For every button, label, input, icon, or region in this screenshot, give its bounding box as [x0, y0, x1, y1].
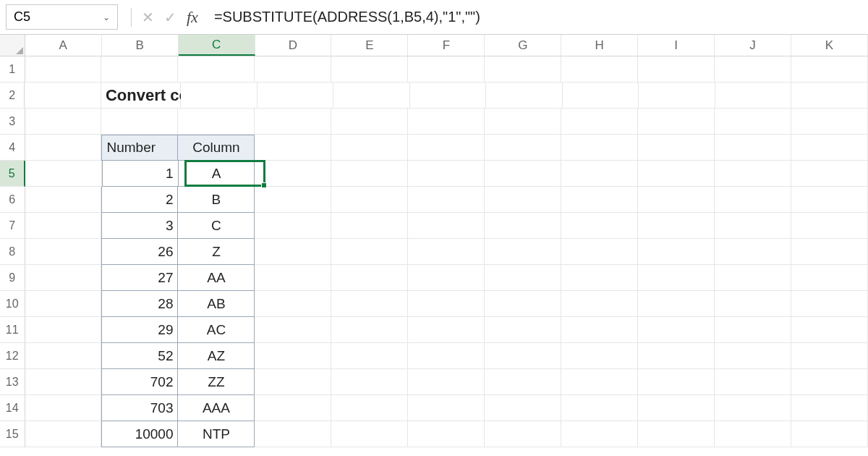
cell-A13[interactable]: [25, 369, 102, 395]
cell-D8[interactable]: [255, 239, 331, 265]
cell-H6[interactable]: [561, 187, 638, 213]
cell-A5[interactable]: [25, 161, 102, 187]
cell-H8[interactable]: [561, 239, 638, 265]
cell-H15[interactable]: [561, 421, 638, 447]
cell-I8[interactable]: [638, 239, 715, 265]
cell-B7[interactable]: 3: [101, 213, 178, 239]
cell-G8[interactable]: [485, 239, 561, 265]
cell-H3[interactable]: [561, 109, 638, 135]
cell-B1[interactable]: [101, 56, 178, 83]
cell-A10[interactable]: [25, 291, 102, 317]
cell-A9[interactable]: [25, 265, 102, 291]
cell-J3[interactable]: [715, 109, 791, 135]
cell-D11[interactable]: [255, 317, 331, 343]
cell-K2[interactable]: [791, 83, 868, 109]
cell-K10[interactable]: [791, 291, 868, 317]
cell-H11[interactable]: [561, 317, 638, 343]
cell-E12[interactable]: [331, 343, 408, 369]
cell-G4[interactable]: [485, 135, 561, 161]
cell-F1[interactable]: [408, 56, 485, 83]
chevron-down-icon[interactable]: ⌄: [103, 12, 110, 22]
row-header-9[interactable]: 9: [0, 265, 25, 291]
row-header-10[interactable]: 10: [0, 291, 25, 317]
cell-K6[interactable]: [791, 187, 868, 213]
row-header-7[interactable]: 7: [0, 213, 25, 239]
cell-J6[interactable]: [715, 187, 791, 213]
cell-E5[interactable]: [331, 161, 408, 187]
cell-A11[interactable]: [25, 317, 102, 343]
cell-A4[interactable]: [25, 135, 102, 161]
cell-J1[interactable]: [715, 56, 791, 83]
cell-G15[interactable]: [485, 421, 561, 447]
cell-H5[interactable]: [561, 161, 638, 187]
cell-G6[interactable]: [485, 187, 561, 213]
cell-B2[interactable]: Convert column number to letter: [101, 83, 181, 109]
cell-K14[interactable]: [791, 395, 868, 421]
cell-E2[interactable]: [333, 83, 410, 109]
cell-C5[interactable]: A: [179, 161, 255, 187]
row-header-1[interactable]: 1: [0, 56, 25, 83]
cell-I15[interactable]: [638, 421, 715, 447]
cell-F14[interactable]: [408, 395, 485, 421]
cell-D12[interactable]: [255, 343, 331, 369]
cell-F3[interactable]: [408, 109, 485, 135]
cell-F9[interactable]: [408, 265, 485, 291]
cell-D13[interactable]: [255, 369, 331, 395]
cell-H13[interactable]: [561, 369, 638, 395]
cell-G14[interactable]: [485, 395, 561, 421]
cell-F15[interactable]: [408, 421, 485, 447]
cell-G13[interactable]: [485, 369, 561, 395]
cell-E4[interactable]: [331, 135, 408, 161]
cell-H14[interactable]: [561, 395, 638, 421]
row-header-15[interactable]: 15: [0, 421, 25, 447]
cell-A7[interactable]: [25, 213, 102, 239]
cell-F4[interactable]: [408, 135, 485, 161]
row-header-14[interactable]: 14: [0, 395, 25, 421]
cell-G10[interactable]: [485, 291, 561, 317]
cell-I13[interactable]: [638, 369, 715, 395]
cell-C6[interactable]: B: [178, 187, 255, 213]
cell-E15[interactable]: [331, 421, 408, 447]
cell-J5[interactable]: [715, 161, 791, 187]
cell-E14[interactable]: [331, 395, 408, 421]
cell-B5[interactable]: 1: [102, 161, 179, 187]
cell-K4[interactable]: [791, 135, 868, 161]
cell-E11[interactable]: [331, 317, 408, 343]
cell-A6[interactable]: [25, 187, 102, 213]
cell-D15[interactable]: [255, 421, 331, 447]
cell-E8[interactable]: [331, 239, 408, 265]
fx-icon[interactable]: fx: [187, 8, 198, 27]
select-all-corner[interactable]: [0, 35, 25, 56]
cell-J10[interactable]: [715, 291, 791, 317]
cell-J9[interactable]: [715, 265, 791, 291]
row-header-2[interactable]: 2: [0, 83, 25, 109]
cell-I4[interactable]: [638, 135, 715, 161]
cell-I1[interactable]: [638, 56, 715, 83]
cell-C8[interactable]: Z: [178, 239, 255, 265]
cell-H4[interactable]: [561, 135, 638, 161]
cell-K9[interactable]: [791, 265, 868, 291]
cell-F6[interactable]: [408, 187, 485, 213]
cell-C10[interactable]: AB: [178, 291, 255, 317]
cell-F13[interactable]: [408, 369, 485, 395]
cell-G9[interactable]: [485, 265, 561, 291]
col-header-J[interactable]: J: [715, 35, 791, 56]
cell-B6[interactable]: 2: [101, 187, 178, 213]
cell-I3[interactable]: [638, 109, 715, 135]
cell-B11[interactable]: 29: [101, 317, 178, 343]
cell-C15[interactable]: NTP: [178, 421, 255, 447]
cell-F5[interactable]: [408, 161, 485, 187]
cell-E9[interactable]: [331, 265, 408, 291]
cell-A14[interactable]: [25, 395, 102, 421]
col-header-C[interactable]: C: [179, 35, 255, 56]
cell-B4[interactable]: Number: [101, 135, 178, 161]
cell-D10[interactable]: [255, 291, 331, 317]
cell-C7[interactable]: C: [178, 213, 255, 239]
cell-D5[interactable]: [255, 161, 331, 187]
col-header-B[interactable]: B: [102, 35, 179, 56]
cell-G5[interactable]: [485, 161, 561, 187]
cell-G3[interactable]: [485, 109, 561, 135]
cell-F2[interactable]: [410, 83, 487, 109]
enter-icon[interactable]: ✓: [164, 9, 176, 26]
cell-C3[interactable]: [178, 109, 255, 135]
